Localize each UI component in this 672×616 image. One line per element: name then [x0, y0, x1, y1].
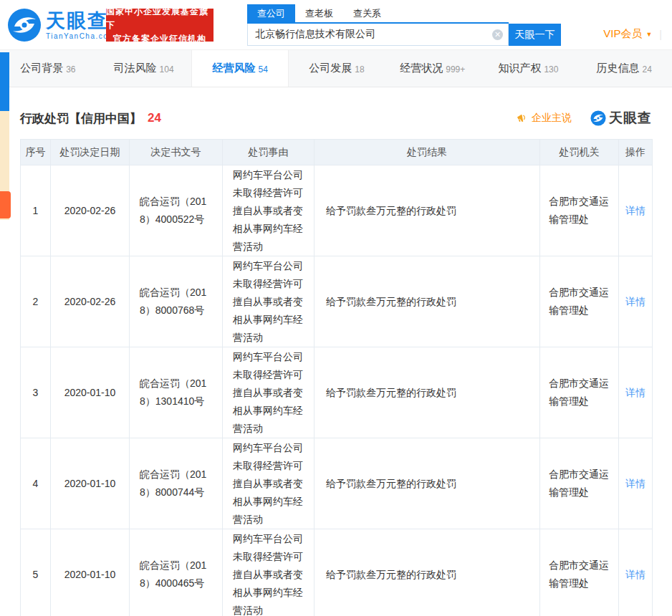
cell-no: 4	[21, 438, 51, 529]
section-header: 行政处罚【信用中国】 24 企业主说 天眼查	[20, 109, 652, 127]
search-input[interactable]	[247, 24, 509, 46]
tianyancha-eye-icon	[590, 110, 606, 126]
cell-authority: 合肥市交通运输管理处	[540, 438, 619, 529]
promo-blue-strip[interactable]	[0, 52, 9, 111]
table-row: 1 2020-02-26 皖合运罚（2018）4000522号 网约车平台公司未…	[21, 165, 653, 256]
cell-doc-no: 皖合运罚（2018）8000744号	[130, 438, 223, 529]
cell-authority: 合肥市交通运输管理处	[540, 256, 619, 347]
cell-no: 3	[21, 347, 51, 438]
cell-no: 2	[21, 256, 51, 347]
cell-reason: 网约车平台公司未取得经营许可擅自从事或者变相从事网约车经营活动	[223, 438, 315, 529]
cell-result: 给予罚款叁万元整的行政处罚	[315, 529, 540, 616]
section-title: 行政处罚【信用中国】	[20, 110, 142, 127]
cell-authority: 合肥市交通运输管理处	[540, 165, 619, 256]
cell-doc-no: 皖合运罚（2018）8000768号	[130, 256, 223, 347]
divider: |	[659, 29, 662, 40]
col-header-no: 序号	[21, 140, 51, 165]
search-tab-boss[interactable]: 查老板	[295, 4, 343, 22]
cell-date: 2020-01-10	[51, 529, 130, 616]
cell-result: 给予罚款叁万元整的行政处罚	[315, 256, 540, 347]
cell-reason: 网约车平台公司未取得经营许可擅自从事或者变相从事网约车经营活动	[223, 347, 315, 438]
cell-authority: 合肥市交通运输管理处	[540, 347, 619, 438]
table-row: 2 2020-02-26 皖合运罚（2018）8000768号 网约车平台公司未…	[21, 256, 653, 347]
cell-authority: 合肥市交通运输管理处	[540, 529, 619, 616]
nav-tab-company-background[interactable]: 公司背景 36	[0, 50, 96, 87]
certification-line1: 国家中小企业发展基金旗下	[106, 5, 213, 32]
megaphone-icon	[515, 112, 528, 125]
cell-result: 给予罚款叁万元整的行政处罚	[315, 347, 540, 438]
tianyancha-logo[interactable]: 天眼查 TianYanCha.com	[7, 8, 115, 42]
detail-link[interactable]: 详情	[625, 296, 645, 307]
table-row: 5 2020-01-10 皖合运罚（2018）4000465号 网约车平台公司未…	[21, 529, 653, 616]
cell-reason: 网约车平台公司未取得经营许可擅自从事或者变相从事网约车经营活动	[223, 529, 315, 616]
owner-say-label: 企业主说	[532, 112, 572, 125]
promo-orange-badge[interactable]	[0, 191, 11, 218]
cell-reason: 网约车平台公司未取得经营许可擅自从事或者变相从事网约车经营活动	[223, 165, 315, 256]
cell-no: 5	[21, 529, 51, 616]
table-row: 3 2020-01-10 皖合运罚（2018）1301410号 网约车平台公司未…	[21, 347, 653, 438]
owner-say-link[interactable]: 企业主说	[515, 112, 572, 125]
cell-reason: 网约车平台公司未取得经营许可擅自从事或者变相从事网约车经营活动	[223, 256, 315, 347]
search-tab-relation[interactable]: 查关系	[343, 4, 391, 22]
penalty-table: 序号 处罚决定日期 决定书文号 处罚事由 处罚结果 处罚机关 操作 1 2020…	[20, 139, 653, 616]
main-content: 行政处罚【信用中国】 24 企业主说 天眼查	[0, 109, 672, 616]
col-header-doc-no: 决定书文号	[130, 140, 223, 165]
cell-date: 2020-01-10	[51, 347, 130, 438]
nav-tab-business-risk[interactable]: 经营风险 54	[191, 50, 289, 87]
detail-link[interactable]: 详情	[625, 569, 645, 580]
col-header-date: 处罚决定日期	[51, 140, 130, 165]
detail-link[interactable]: 详情	[625, 478, 645, 489]
table-row: 4 2020-01-10 皖合运罚（2018）8000744号 网约车平台公司未…	[21, 438, 653, 529]
certification-line2: 官方备案企业征信机构	[113, 32, 206, 46]
certification-badge: 国家中小企业发展基金旗下 官方备案企业征信机构	[106, 9, 213, 42]
brand-name: 天眼查	[46, 10, 115, 32]
tianyancha-eye-icon	[7, 8, 42, 42]
cell-date: 2020-01-10	[51, 438, 130, 529]
table-header-row: 序号 处罚决定日期 决定书文号 处罚事由 处罚结果 处罚机关 操作	[21, 140, 653, 165]
nav-tab-judicial-risk[interactable]: 司法风险 104	[96, 50, 192, 87]
chevron-down-icon: ▼	[645, 31, 652, 38]
detail-link[interactable]: 详情	[625, 205, 645, 216]
cell-doc-no: 皖合运罚（2018）1301410号	[130, 347, 223, 438]
section-count: 24	[148, 111, 161, 125]
search-button[interactable]: 天眼一下	[509, 24, 561, 46]
company-nav-bar: 公司背景 36 司法风险 104 经营风险 54 公司发展 18 经营状况 99…	[0, 50, 672, 87]
cell-doc-no: 皖合运罚（2018）4000522号	[130, 165, 223, 256]
col-header-result: 处罚结果	[315, 140, 540, 165]
cell-result: 给予罚款叁万元整的行政处罚	[315, 438, 540, 529]
search-tabs: 查公司 查老板 查关系	[247, 6, 509, 24]
vip-label: VIP会员	[603, 27, 642, 41]
search-block: 查公司 查老板 查关系 ✕ 天眼一下	[247, 6, 561, 46]
nav-tab-intellectual-property[interactable]: 知识产权 130	[481, 50, 577, 87]
tianyancha-watermark: 天眼查	[590, 109, 652, 127]
nav-tab-history-info[interactable]: 历史信息 24	[576, 50, 672, 87]
nav-tab-operating-status[interactable]: 经营状况 999+	[385, 50, 481, 87]
detail-link[interactable]: 详情	[625, 387, 645, 398]
cell-date: 2020-02-26	[51, 256, 130, 347]
col-header-authority: 处罚机关	[540, 140, 619, 165]
nav-tab-company-development[interactable]: 公司发展 18	[289, 50, 385, 87]
site-header: 天眼查 TianYanCha.com 国家中小企业发展基金旗下 官方备案企业征信…	[0, 0, 672, 50]
col-header-operation: 操作	[619, 140, 653, 165]
search-tab-company[interactable]: 查公司	[247, 4, 295, 22]
cell-doc-no: 皖合运罚（2018）4000465号	[130, 529, 223, 616]
cell-no: 1	[21, 165, 51, 256]
clear-search-icon[interactable]: ✕	[492, 29, 503, 40]
cell-result: 给予罚款叁万元整的行政处罚	[315, 165, 540, 256]
watermark-brand: 天眼查	[609, 109, 652, 127]
cell-date: 2020-02-26	[51, 165, 130, 256]
brand-domain: TianYanCha.com	[46, 32, 115, 40]
vip-menu[interactable]: VIP会员 ▼ |	[603, 27, 662, 41]
col-header-reason: 处罚事由	[223, 140, 315, 165]
